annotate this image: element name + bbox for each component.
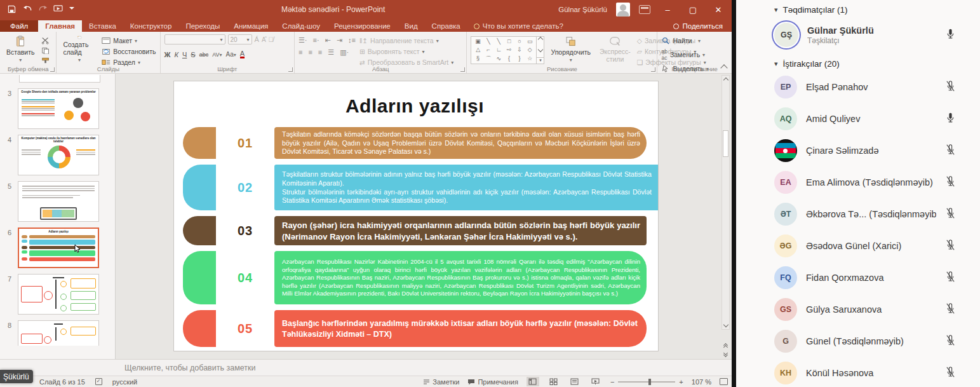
participant-row[interactable]: GS Gülya Saruxanova xyxy=(774,294,974,325)
tab-transitions[interactable]: Переходы xyxy=(178,20,227,32)
quick-styles-button[interactable]: Экспресс-стили xyxy=(597,34,633,64)
tab-home[interactable]: Главная xyxy=(38,20,82,32)
align-right-icon[interactable]: ≡ xyxy=(318,48,322,57)
decrease-indent-icon[interactable]: ⇤ xyxy=(325,36,331,44)
notes-toggle[interactable]: Заметки xyxy=(423,378,459,386)
participant-row[interactable]: EA Ema Alimova (Təsdiqlənməyib) xyxy=(774,166,974,198)
mic-on-icon[interactable] xyxy=(945,28,956,42)
zoom-out-icon[interactable]: − xyxy=(610,378,614,386)
shapes-gallery-scroll[interactable]: ▾ xyxy=(537,36,544,64)
replace-button[interactable]: abac Заменить▾ xyxy=(661,48,708,61)
slide-canvas[interactable]: Adların yazılışı 01 Təşkilatın adlarında… xyxy=(174,81,658,351)
mic-muted-icon[interactable] xyxy=(945,302,956,316)
format-painter-icon[interactable] xyxy=(41,57,50,64)
customize-quick-access-icon[interactable] xyxy=(69,5,77,14)
previous-slide-button[interactable] xyxy=(724,345,727,349)
slide-item-05[interactable]: 05 Başlanğıc hərflərindən yaradılmış mür… xyxy=(183,310,647,347)
slide-item-03[interactable]: 03 Rayon (şəhər) icra hakimiyyəti orqanl… xyxy=(183,216,647,245)
zoom-thumb[interactable] xyxy=(648,379,651,385)
participant-row[interactable]: FQ Fidan Qorxmazova xyxy=(774,262,974,294)
mic-muted-icon[interactable] xyxy=(945,175,956,189)
font-color-button[interactable]: А xyxy=(240,50,245,58)
justify-icon[interactable]: ☰ xyxy=(328,48,334,57)
ribbon-display-options-icon[interactable] xyxy=(639,5,650,14)
mic-muted-icon[interactable] xyxy=(945,207,956,221)
participant-row[interactable]: KH Könül Həsənova xyxy=(774,357,974,387)
thumbnail-slide-6[interactable]: 6 Adların yazılışı xyxy=(1,227,111,268)
normal-view-button[interactable] xyxy=(527,377,539,386)
thumbnail-slide-8[interactable]: 8 xyxy=(1,320,111,346)
underline-button[interactable]: Ч xyxy=(182,51,187,58)
mic-muted-icon[interactable] xyxy=(945,239,956,253)
participant-row[interactable]: AQ Amid Quliyev xyxy=(774,103,974,135)
language-indicator[interactable]: русский xyxy=(112,378,137,386)
mic-muted-icon[interactable] xyxy=(945,334,956,348)
new-slide-button[interactable]: Создать слайд▾ xyxy=(60,34,98,64)
align-center-icon[interactable]: ≡ xyxy=(308,48,312,57)
mic-muted-icon[interactable] xyxy=(945,366,956,380)
fit-slide-to-window-icon[interactable] xyxy=(720,378,728,385)
participant-row[interactable]: ƏG Əsədova Günel (Xarici) xyxy=(774,230,974,262)
align-text-button[interactable]: ⊞Выровнять текст▾ xyxy=(359,48,453,55)
slide-item-04[interactable]: 04 Azərbaycan Respublikası Nazirlər Kabi… xyxy=(183,251,647,304)
line-spacing-icon[interactable]: ↕≡ xyxy=(348,36,356,44)
numbering-icon[interactable]: ≡· xyxy=(313,36,319,44)
tab-review[interactable]: Рецензирование xyxy=(327,20,398,32)
notes-pane[interactable]: Щелкните, чтобы добавить заметки xyxy=(0,359,732,376)
cut-icon[interactable] xyxy=(41,37,50,44)
shrink-font-icon[interactable]: А̂ xyxy=(262,36,266,43)
arrange-button[interactable]: Упорядочить▾ xyxy=(548,34,593,64)
maximize-button[interactable]: ▢ xyxy=(685,5,701,15)
italic-button[interactable]: К xyxy=(174,51,178,58)
grow-font-icon[interactable]: А́ xyxy=(255,36,259,43)
thumbnail-slide-6-selected[interactable]: Adların yazılışı xyxy=(18,227,99,268)
font-dialog-launcher[interactable] xyxy=(288,67,293,72)
zoom-percentage[interactable]: 107 % xyxy=(692,378,711,386)
slideshow-view-button[interactable] xyxy=(589,377,602,386)
layout-button[interactable]: Макет▾ xyxy=(102,37,156,44)
find-button[interactable]: Найти xyxy=(661,37,708,44)
slide-thumbnail-pane[interactable]: 3 Google Sheets-dən istifadə zamanı yara… xyxy=(0,74,116,359)
character-spacing-button[interactable]: AV▾ xyxy=(212,51,222,58)
shapes-gallery[interactable]: ▣╲╲□○▭ △⌐∟⇨⇩◇ §⌒∿{}☆ xyxy=(471,36,537,64)
mic-muted-icon[interactable] xyxy=(945,80,956,94)
align-left-icon[interactable]: ≡ xyxy=(299,48,302,57)
save-icon[interactable] xyxy=(8,5,17,14)
tell-me-search[interactable]: Что вы хотите сделать? xyxy=(467,22,570,32)
spellcheck-icon[interactable] xyxy=(95,378,102,385)
change-case-button[interactable]: Aa▾ xyxy=(226,51,236,58)
tab-insert[interactable]: Вставка xyxy=(82,20,123,32)
participant-row[interactable]: EP Elşad Pənahov xyxy=(774,71,974,103)
presenters-section-header[interactable]: ▾ Təqdimatçılar (1) xyxy=(774,3,974,17)
tab-help[interactable]: Справка xyxy=(425,20,467,32)
drawing-dialog-launcher[interactable] xyxy=(651,67,655,72)
participant-row[interactable]: ƏT Əkbərova Tə... (Təsdiqlənməyib) xyxy=(774,198,974,230)
reset-button[interactable]: Восстановить xyxy=(102,48,156,55)
thumbnail-slide-5[interactable]: 5 xyxy=(1,181,111,222)
undo-icon[interactable] xyxy=(23,5,32,14)
subscript-button[interactable]: abc xyxy=(199,51,209,58)
next-slide-button[interactable] xyxy=(724,353,727,356)
copy-icon[interactable] xyxy=(41,47,50,55)
participants-section-header[interactable]: ▾ İştirakçılar (20) xyxy=(774,57,974,71)
close-button[interactable]: ✕ xyxy=(710,5,727,15)
comments-toggle[interactable]: Примечания xyxy=(467,378,518,386)
strikethrough-button[interactable]: S xyxy=(191,51,195,58)
mic-muted-icon[interactable] xyxy=(945,271,956,285)
font-name-combo[interactable]: ▾ xyxy=(164,34,225,44)
redo-icon[interactable] xyxy=(38,5,47,14)
slide-title[interactable]: Adların yazılışı xyxy=(183,95,647,117)
account-avatar[interactable] xyxy=(616,3,630,17)
start-slideshow-icon[interactable] xyxy=(53,5,62,14)
participant-row[interactable]: Çinarə Səlimzadə xyxy=(774,135,974,166)
editor-scrollbar[interactable] xyxy=(722,75,730,330)
columns-icon[interactable]: ▥· xyxy=(340,48,349,57)
account-name[interactable]: Gülnar Şükürlü xyxy=(558,6,607,13)
mic-muted-icon[interactable] xyxy=(945,144,956,158)
slide-item-02[interactable]: 02 Təşkilatların struktur bölmələrinin a… xyxy=(183,165,647,210)
zoom-in-icon[interactable]: + xyxy=(679,378,683,386)
tab-animations[interactable]: Анимация xyxy=(227,20,275,32)
thumbnail-slide-3[interactable]: 3 Google Sheets-dən istifadə zamanı yara… xyxy=(1,88,111,129)
zoom-slider[interactable]: − + xyxy=(610,378,683,386)
thumbnail-partial[interactable] xyxy=(19,75,100,83)
